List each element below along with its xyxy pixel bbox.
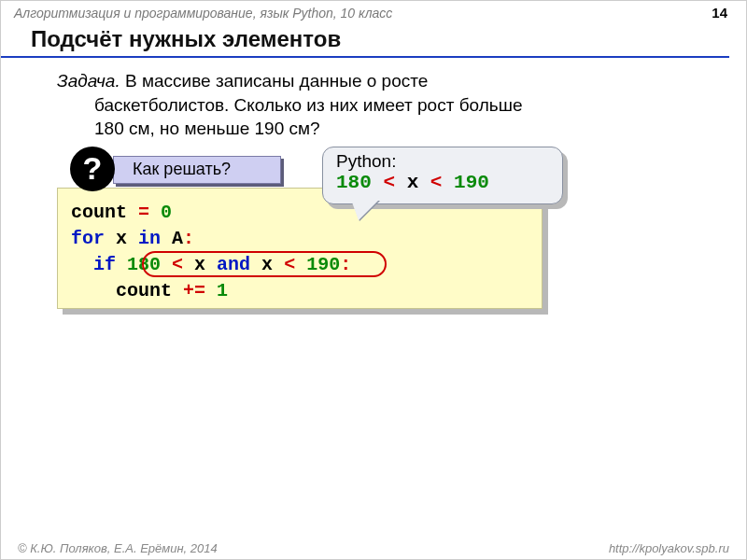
speech-bubble: Python: 180 < x < 190 (322, 147, 563, 204)
footer-copyright: © К.Ю. Поляков, Е.А. Ерёмин, 2014 (18, 541, 218, 555)
code-t: if (93, 254, 116, 275)
code-t: 0 (161, 202, 172, 223)
problem-label: Задача. (57, 71, 120, 91)
code-t: x (407, 172, 419, 193)
bubble-body: Python: 180 < x < 190 (322, 147, 563, 204)
slide-title: Подсчёт нужных элементов (1, 22, 729, 58)
code-t: < (418, 172, 454, 193)
code-t: x (194, 254, 217, 275)
code-t: 180 (127, 254, 161, 275)
code-t: for (71, 228, 105, 249)
question-mark: ? (83, 150, 103, 187)
footer: © К.Ю. Поляков, Е.А. Ерёмин, 2014 http:/… (1, 538, 746, 559)
code-t: x (250, 254, 284, 275)
code-t: A (161, 228, 183, 249)
code-t: 180 (336, 172, 372, 193)
code-t: in (138, 228, 161, 249)
subject-text: Алгоритмизация и программирование, язык … (14, 6, 392, 21)
problem-line2: баскетболистов. Сколько из них имеет рос… (57, 93, 690, 118)
problem-line3: 180 см, но меньше 190 см? (57, 117, 690, 141)
code-t: 190 (454, 172, 489, 193)
code-t: : (183, 228, 194, 249)
code-t: < (161, 254, 194, 275)
bubble-title: Python: (336, 151, 549, 172)
code-t: x (105, 228, 138, 249)
bubble-tail-icon (351, 200, 379, 220)
code-t: : (340, 254, 351, 275)
code-t: 1 (217, 280, 228, 301)
content-area: Задача. В массиве записаны данные о рост… (1, 69, 746, 309)
page-number: 14 (712, 5, 727, 21)
code-area: count = 0 for x in A: if 180 < x and x <… (57, 188, 690, 309)
code-t: 190 (306, 254, 340, 275)
code-t: < (372, 172, 407, 193)
question-box: Как решать? (113, 156, 281, 184)
code-t: count (116, 280, 183, 301)
footer-url: http://kpolyakov.spb.ru (609, 541, 729, 555)
code-t: = (138, 202, 161, 223)
code-t: count (71, 202, 138, 223)
problem-line1: В массиве записаны данные о росте (120, 71, 429, 91)
header-bar: Алгоритмизация и программирование, язык … (1, 1, 746, 22)
code-t: < (284, 254, 306, 275)
slide: Алгоритмизация и программирование, язык … (0, 0, 747, 560)
question-text: Как решать? (133, 160, 231, 179)
question-mark-icon: ? (70, 147, 115, 191)
bubble-code: 180 < x < 190 (336, 172, 549, 193)
code-t: += (183, 280, 217, 301)
code-t: and (217, 254, 250, 275)
problem-text: Задача. В массиве записаны данные о рост… (57, 69, 690, 141)
